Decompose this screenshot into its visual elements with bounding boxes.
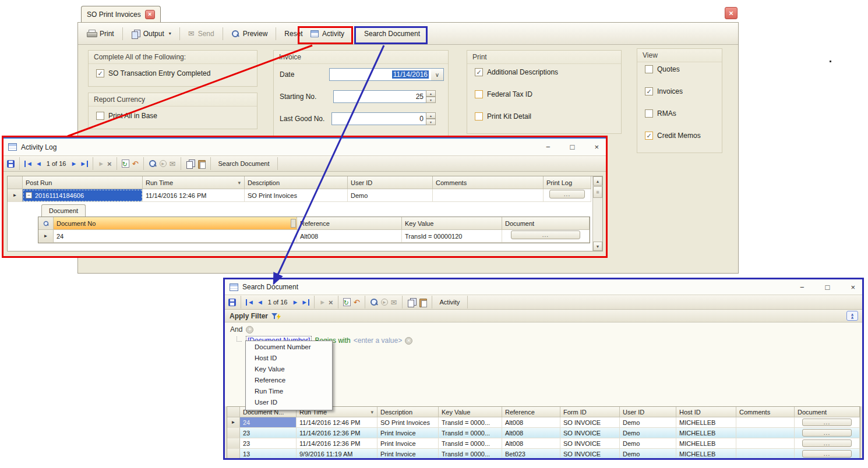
close-icon[interactable]: × xyxy=(851,283,855,292)
menu-item-key-value[interactable]: Key Value xyxy=(246,363,332,374)
document-no-cell[interactable]: 23 xyxy=(240,438,297,449)
first-record-icon[interactable]: ◄ xyxy=(246,299,254,306)
save-icon[interactable] xyxy=(7,160,15,168)
date-dropdown-button[interactable]: ∨ xyxy=(431,68,444,81)
minimize-icon[interactable]: − xyxy=(800,283,805,292)
column-header-user-id[interactable]: User ID xyxy=(620,407,676,417)
copy-icon[interactable] xyxy=(186,159,195,168)
row-selector-cell[interactable] xyxy=(227,438,240,449)
column-header-description[interactable]: Description xyxy=(377,407,439,417)
paste-icon[interactable] xyxy=(419,298,427,307)
preview-button[interactable]: Preview xyxy=(227,27,272,40)
host-id-cell[interactable]: MICHELLEB xyxy=(676,449,736,458)
row-selector-cell[interactable]: ► xyxy=(227,417,240,428)
activity-grid-row[interactable]: ► − 20161114184606 11/14/2016 12:46 PM S… xyxy=(8,189,602,202)
print-all-in-base-checkbox[interactable]: Print All in Base xyxy=(96,112,157,120)
column-filter-icon[interactable] xyxy=(291,219,296,228)
print-kit-detail-checkbox[interactable]: Print Kit Detail xyxy=(475,112,531,120)
apply-filter-bar[interactable]: Apply Filter ∧ ∧ xyxy=(225,310,862,322)
user-id-cell[interactable]: Demo xyxy=(620,417,676,428)
tab-close-icon[interactable]: × xyxy=(145,10,155,19)
column-header-key-value[interactable]: Key Value xyxy=(439,407,502,417)
print-button[interactable]: Print xyxy=(83,27,118,40)
save-icon[interactable] xyxy=(228,299,236,306)
close-icon[interactable]: × xyxy=(594,143,599,151)
run-time-cell[interactable]: 11/14/2016 12:36 PM xyxy=(297,438,377,449)
last-good-no-field[interactable]: 0 xyxy=(331,112,426,125)
column-header-user-id[interactable]: User ID xyxy=(348,176,433,189)
filter-value-placeholder[interactable]: <enter a value> xyxy=(354,336,402,345)
search-grid-row[interactable]: 23 11/14/2016 12:36 PM Print Invoice Tra… xyxy=(227,438,860,449)
previous-record-icon[interactable]: ◄ xyxy=(257,299,263,306)
description-cell[interactable]: SO Print Invoices xyxy=(377,417,439,428)
menu-item-user-id[interactable]: User ID xyxy=(246,396,332,407)
menu-item-host-id[interactable]: Host ID xyxy=(246,352,332,363)
column-header-form-id[interactable]: Form ID xyxy=(560,407,620,417)
column-header-run-time[interactable]: Run Time ▾ xyxy=(143,176,245,189)
column-header-document[interactable]: Document xyxy=(502,217,590,230)
quotes-checkbox[interactable]: Quotes xyxy=(645,65,680,73)
search-grid-row[interactable]: 13 9/9/2016 11:19 AM Print Invoice Trans… xyxy=(227,449,860,458)
next-record-icon[interactable]: ► xyxy=(70,161,77,167)
comments-cell[interactable] xyxy=(433,189,544,202)
last-record-icon[interactable]: ► xyxy=(80,161,88,167)
paste-icon[interactable] xyxy=(197,159,206,168)
spin-down-icon[interactable]: ▼ xyxy=(426,119,436,125)
undo-icon[interactable]: ↶ xyxy=(354,299,360,306)
menu-item-reference[interactable]: Reference xyxy=(246,374,332,385)
document-button[interactable]: ... xyxy=(802,450,852,458)
maximize-icon[interactable]: □ xyxy=(825,283,830,292)
user-id-cell[interactable]: Demo xyxy=(348,189,433,202)
activity-link[interactable]: Activity xyxy=(437,297,463,307)
description-cell[interactable]: SO Print Invoices xyxy=(245,189,348,202)
document-button[interactable]: ... xyxy=(802,419,852,426)
run-time-cell[interactable]: 11/14/2016 12:36 PM xyxy=(297,428,377,438)
tab-so-print-invoices[interactable]: SO Print Invoices × xyxy=(81,6,161,22)
user-id-cell[interactable]: Demo xyxy=(620,438,676,449)
search-grid-row[interactable]: 23 11/14/2016 12:36 PM Print Invoice Tra… xyxy=(227,428,860,438)
date-field[interactable]: 11/14/2016 xyxy=(329,68,432,81)
user-id-cell[interactable]: Demo xyxy=(620,428,676,438)
document-no-cell[interactable]: 24 xyxy=(54,230,297,243)
activity-button[interactable]: Activity xyxy=(301,25,354,42)
column-header-reference[interactable]: Reference xyxy=(297,217,402,230)
comments-cell[interactable] xyxy=(736,438,795,449)
starting-no-spinner[interactable]: ▲ ▼ xyxy=(426,90,436,103)
document-no-cell[interactable]: 23 xyxy=(240,428,297,438)
collapse-filter-button[interactable]: ∧ ∧ xyxy=(846,311,858,321)
run-time-cell[interactable]: 11/14/2016 12:46 PM xyxy=(143,189,245,202)
search-grid-row[interactable]: ► 24 11/14/2016 12:46 PM SO Print Invoic… xyxy=(227,417,860,428)
delete-icon[interactable]: × xyxy=(329,298,333,307)
output-button[interactable]: Output ▾ xyxy=(127,27,175,40)
starting-no-field[interactable]: 25 xyxy=(333,90,426,103)
so-transaction-entry-completed-checkbox[interactable]: ✓ SO Transaction Entry Completed xyxy=(96,69,210,77)
user-id-cell[interactable]: Demo xyxy=(620,449,676,458)
column-header-key-value[interactable]: Key Value xyxy=(402,217,502,230)
last-good-no-spinner[interactable]: ▲ ▼ xyxy=(426,112,436,125)
run-time-cell[interactable]: 9/9/2016 11:19 AM xyxy=(297,449,377,458)
key-value-cell[interactable]: TransId = 0000... xyxy=(439,438,502,449)
last-record-icon[interactable]: ► xyxy=(301,299,309,306)
description-cell[interactable]: Print Invoice xyxy=(377,449,439,458)
previous-record-icon[interactable]: ◄ xyxy=(36,161,42,167)
rmas-checkbox[interactable]: RMAs xyxy=(645,109,676,118)
document-tab[interactable]: Document xyxy=(41,204,86,217)
refresh-icon[interactable]: ↻ xyxy=(343,298,351,306)
print-log-button[interactable]: ... xyxy=(549,190,584,198)
column-header-document-no[interactable]: Document No xyxy=(54,217,297,230)
comments-cell[interactable] xyxy=(736,417,795,428)
preview-icon[interactable] xyxy=(149,159,157,168)
next-record-icon[interactable]: ► xyxy=(292,299,298,306)
column-header-comments[interactable]: Comments xyxy=(433,176,544,189)
credit-memos-checkbox[interactable]: ✓ Credit Memos xyxy=(645,132,701,140)
preview-icon[interactable] xyxy=(370,298,378,306)
delete-icon[interactable]: × xyxy=(107,159,112,168)
comments-cell[interactable] xyxy=(736,428,795,438)
window-close-button[interactable]: × xyxy=(725,7,738,19)
scrollbar-thumb[interactable]: ≡ xyxy=(593,186,602,198)
first-record-icon[interactable]: ◄ xyxy=(24,161,33,167)
column-header-host-id[interactable]: Host ID xyxy=(676,407,736,417)
description-cell[interactable]: Print Invoice xyxy=(377,428,439,438)
post-run-cell[interactable]: − 20161114184606 xyxy=(23,189,143,202)
document-button[interactable]: ... xyxy=(511,231,580,239)
